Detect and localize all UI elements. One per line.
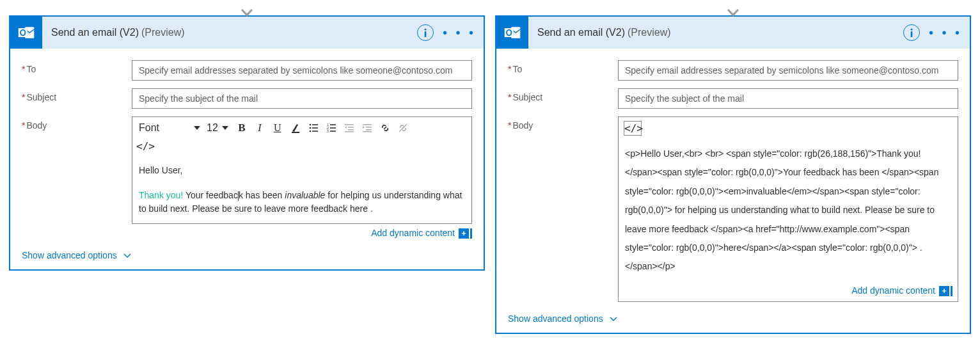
svg-point-11 (309, 131, 311, 132)
subject-label: *Subject (508, 88, 618, 109)
svg-rect-21 (348, 129, 354, 131)
svg-point-9 (309, 127, 311, 129)
svg-rect-18 (330, 131, 336, 132)
show-advanced-options-link[interactable]: Show advanced options (22, 250, 131, 260)
action-card-right: Send an email (V2) (Preview) • • • *To *… (495, 15, 971, 334)
html-code-editor: </> <p>Hello User,<br> <br> <span style=… (618, 116, 958, 302)
bullet-list-button[interactable] (305, 120, 322, 136)
body-line2: Thank you! Your feedback has been invalu… (139, 189, 465, 216)
card-header[interactable]: Send an email (V2) (Preview) • • • (496, 17, 970, 49)
svg-rect-20 (348, 127, 354, 128)
chevron-down-icon (610, 317, 617, 322)
outlook-icon (10, 17, 42, 49)
editor-content[interactable]: Hello User, Thank you! Your feedback has… (132, 156, 471, 223)
body-label: *Body (508, 116, 618, 302)
to-label: *To (508, 60, 618, 81)
svg-rect-22 (345, 131, 354, 132)
code-view-toggle[interactable]: </> (624, 121, 642, 136)
more-menu-button[interactable]: • • • (929, 28, 962, 37)
svg-rect-26 (363, 131, 372, 132)
underline-button[interactable]: U (269, 120, 286, 136)
font-select[interactable]: Font (136, 122, 191, 134)
svg-rect-5 (425, 31, 427, 37)
show-advanced-options-link[interactable]: Show advanced options (508, 313, 617, 324)
card-header[interactable]: Send an email (V2) (Preview) • • • (10, 17, 484, 49)
html-source-content[interactable]: <p>Hello User,<br> <br> <span style="col… (619, 139, 958, 283)
svg-rect-12 (312, 131, 318, 132)
svg-point-7 (309, 124, 311, 126)
svg-text:3: 3 (327, 129, 329, 133)
svg-rect-23 (363, 124, 372, 125)
font-color-button[interactable] (287, 120, 304, 136)
body-line1: Hello User, (139, 164, 465, 177)
action-card-left: Send an email (V2) (Preview) • • • *To *… (9, 15, 485, 271)
svg-rect-8 (312, 124, 318, 125)
subject-label: *Subject (22, 88, 132, 109)
plus-icon: + (459, 228, 469, 239)
svg-rect-32 (911, 31, 913, 37)
subject-input[interactable] (618, 88, 958, 109)
to-input[interactable] (132, 60, 472, 81)
card-body: *To *Subject *Body Font 12 B (10, 49, 484, 250)
indent-button[interactable] (359, 120, 375, 136)
dynamic-content-row: Add dynamic content+ (132, 224, 472, 239)
code-view-toggle[interactable]: </> (136, 140, 153, 152)
italic-button[interactable]: I (251, 120, 268, 136)
unlink-button[interactable] (395, 120, 411, 136)
svg-rect-19 (345, 124, 354, 125)
svg-rect-10 (312, 127, 318, 129)
outdent-button[interactable] (341, 120, 358, 136)
chevron-down-icon (123, 253, 131, 258)
subject-input[interactable] (132, 88, 472, 109)
body-label: *Body (22, 116, 132, 239)
plus-icon: + (939, 286, 949, 296)
info-button[interactable] (417, 24, 434, 41)
add-dynamic-content-link[interactable]: Add dynamic content+ (371, 228, 472, 238)
card-body: *To *Subject *Body </> <p>Hello User,< (496, 49, 970, 313)
card-preview-tag: (Preview) (141, 27, 185, 38)
chevron-down-icon[interactable] (222, 126, 228, 130)
to-label: *To (22, 60, 132, 81)
editor-toolbar: Font 12 B I U (132, 117, 471, 139)
svg-rect-6 (292, 132, 299, 133)
svg-point-31 (910, 29, 912, 31)
card-title: Send an email (V2) (537, 27, 625, 38)
rich-text-editor: Font 12 B I U (132, 116, 472, 224)
svg-point-4 (424, 29, 426, 31)
info-button[interactable] (903, 24, 920, 41)
add-dynamic-content-link[interactable]: Add dynamic content+ (851, 285, 952, 296)
outlook-icon (496, 17, 528, 49)
card-preview-tag: (Preview) (628, 27, 671, 38)
chevron-down-icon[interactable] (194, 126, 200, 130)
bold-button[interactable]: B (233, 120, 250, 136)
link-button[interactable] (377, 120, 393, 136)
card-title: Send an email (V2) (51, 27, 139, 38)
svg-rect-16 (330, 127, 336, 129)
font-size-select[interactable]: 12 (205, 122, 219, 134)
svg-rect-25 (366, 129, 372, 131)
to-input[interactable] (618, 60, 958, 81)
number-list-button[interactable]: 123 (323, 120, 340, 136)
svg-rect-14 (330, 124, 336, 125)
svg-rect-24 (366, 127, 372, 128)
more-menu-button[interactable]: • • • (443, 28, 476, 37)
